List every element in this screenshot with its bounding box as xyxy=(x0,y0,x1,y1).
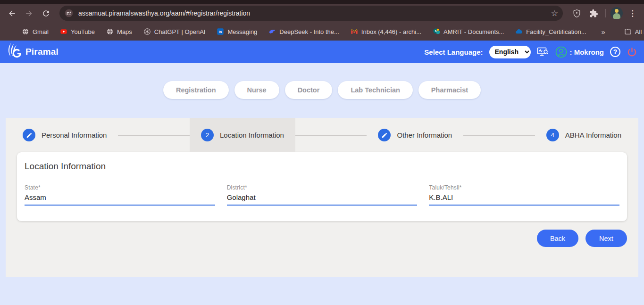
bookmark-label: Maps xyxy=(117,28,132,35)
state-input[interactable]: Assam xyxy=(25,191,215,206)
user-info[interactable]: : Mokrong xyxy=(555,46,604,58)
bookmark-label: Messaging xyxy=(227,28,257,35)
bookmarks-overflow-icon[interactable] xyxy=(598,28,609,36)
sharepoint-icon: s xyxy=(433,28,440,35)
stepper-connector xyxy=(295,135,367,136)
back-form-button[interactable]: Back xyxy=(537,230,578,247)
screen-search-icon xyxy=(537,46,549,58)
step-abha-information[interactable]: 4 ABHA Information xyxy=(535,118,633,152)
bookmark-chatgpt[interactable]: ChatGPT | OpenAI xyxy=(140,26,209,37)
location-information-card: Location Information State* Assam Distri… xyxy=(17,152,627,221)
back-icon xyxy=(8,9,17,18)
site-info-icon[interactable] xyxy=(64,8,74,18)
step-badge xyxy=(23,129,35,141)
browser-profile-avatar[interactable] xyxy=(611,7,623,19)
user-avatar-icon xyxy=(555,46,567,58)
next-form-button[interactable]: Next xyxy=(585,230,627,247)
app-header: Piramal Select Language: English : Mokro… xyxy=(0,41,644,63)
url-text[interactable]: assamuat.piramalswasthya.org/aam/#/regis… xyxy=(78,9,546,17)
edit-icon xyxy=(26,132,33,139)
address-bar[interactable]: assamuat.piramalswasthya.org/aam/#/regis… xyxy=(59,6,563,21)
stepper-connector xyxy=(463,135,535,136)
step-label: Location Information xyxy=(220,131,284,139)
bookmark-maps[interactable]: Maps xyxy=(102,26,136,37)
deepseek-whale-icon xyxy=(268,28,276,35)
language-select[interactable]: English xyxy=(489,46,531,58)
user-name: : Mokrong xyxy=(570,48,604,56)
step-other-information[interactable]: Other Information xyxy=(367,118,463,152)
bookmark-star-icon[interactable] xyxy=(551,8,558,18)
openai-icon xyxy=(143,28,151,35)
screen-search-button[interactable] xyxy=(537,46,549,58)
bookmark-label: Inbox (4,446) - archi... xyxy=(361,28,421,35)
step-label: ABHA Information xyxy=(565,131,621,139)
browser-menu-icon[interactable] xyxy=(626,8,639,18)
reload-button[interactable] xyxy=(39,6,53,20)
browser-tab-strip xyxy=(0,0,644,4)
toolbar-divider xyxy=(605,9,606,17)
globe-icon xyxy=(22,28,29,35)
bookmark-gmail[interactable]: Gmail xyxy=(18,26,52,37)
youtube-icon xyxy=(60,28,67,35)
extensions-button[interactable] xyxy=(586,6,601,20)
taluk-input[interactable]: K.B.ALI xyxy=(429,191,619,206)
globe-icon xyxy=(106,28,114,35)
state-field: State* Assam xyxy=(25,184,215,206)
svg-text:in: in xyxy=(219,30,222,34)
browser-toolbar: assamuat.piramalswasthya.org/aam/#/regis… xyxy=(0,4,644,23)
brand-logo: Piramal xyxy=(7,43,59,61)
bookmarks-bar: Gmail YouTube Maps ChatGPT | OpenAI in M… xyxy=(0,23,644,41)
bookmark-label: ChatGPT | OpenAI xyxy=(154,28,206,35)
edit-icon xyxy=(381,132,388,139)
tab-doctor[interactable]: Doctor xyxy=(285,81,333,99)
tab-nurse[interactable]: Nurse xyxy=(234,81,279,99)
forward-button[interactable] xyxy=(22,6,36,20)
tab-pharmacist[interactable]: Pharmacist xyxy=(418,81,481,99)
card-title: Location Information xyxy=(25,161,619,172)
bookmark-label: DeepSeek - Into the... xyxy=(279,28,339,35)
tab-lab-technician[interactable]: Lab Technician xyxy=(338,81,412,99)
help-icon[interactable] xyxy=(610,47,620,57)
reload-icon xyxy=(42,9,50,18)
district-field: District* Golaghat xyxy=(227,184,418,206)
stepper: Personal Information 2 Location Informat… xyxy=(6,118,638,152)
bookmark-facility-certification[interactable]: Facility_Certification... xyxy=(511,26,590,37)
bookmark-label: YouTube xyxy=(71,28,95,35)
power-icon xyxy=(627,47,637,58)
onedrive-icon xyxy=(515,28,523,35)
step-location-information[interactable]: 2 Location Information xyxy=(190,118,295,152)
district-input[interactable]: Golaghat xyxy=(227,191,418,206)
step-badge: 4 xyxy=(546,129,559,141)
state-label: State* xyxy=(25,184,215,191)
tab-registration[interactable]: Registration xyxy=(163,81,229,99)
svg-text:s: s xyxy=(435,29,436,33)
linkedin-icon: in xyxy=(217,28,224,35)
shield-icon xyxy=(572,9,581,18)
taluk-label: Taluk/Tehsil* xyxy=(429,184,619,191)
bookmark-amrit[interactable]: s AMRIT - Documents... xyxy=(429,26,508,37)
bookmark-label: Gmail xyxy=(33,28,49,35)
bookmark-youtube[interactable]: YouTube xyxy=(56,26,99,37)
piramal-logo-icon xyxy=(7,43,23,61)
page-body: Registration Nurse Doctor Lab Technician… xyxy=(0,63,644,305)
bookmark-inbox[interactable]: Inbox (4,446) - archi... xyxy=(347,26,425,37)
step-badge xyxy=(378,129,391,141)
shield-extension-button[interactable] xyxy=(569,6,584,20)
step-badge: 2 xyxy=(201,129,214,141)
step-label: Personal Information xyxy=(42,131,107,139)
brand-name: Piramal xyxy=(25,47,59,57)
district-label: District* xyxy=(227,184,418,191)
all-bookmarks-button[interactable]: All Bookmarks xyxy=(620,26,644,37)
step-label: Other Information xyxy=(397,131,452,139)
step-personal-information[interactable]: Personal Information xyxy=(11,118,118,152)
form-actions: Back Next xyxy=(6,230,627,247)
role-tabs: Registration Nurse Doctor Lab Technician… xyxy=(0,63,644,99)
registration-panel: Personal Information 2 Location Informat… xyxy=(6,118,638,277)
all-bookmarks-label: All Bookmarks xyxy=(635,28,644,35)
back-button[interactable] xyxy=(5,6,19,20)
puzzle-icon xyxy=(589,9,598,18)
select-language-label: Select Language: xyxy=(424,48,483,56)
logout-button[interactable] xyxy=(627,47,637,58)
bookmark-deepseek[interactable]: DeepSeek - Into the... xyxy=(265,26,343,37)
bookmark-messaging[interactable]: in Messaging xyxy=(213,26,261,37)
